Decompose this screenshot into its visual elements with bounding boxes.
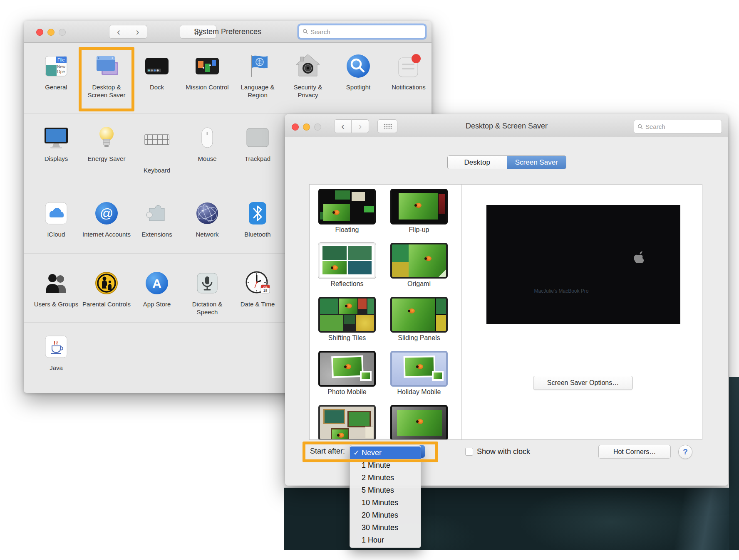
thumb-art [323,409,345,424]
pref-item-keyboard[interactable]: Keyboard [132,123,182,174]
saver-thumb-floating[interactable] [318,189,376,224]
dictation-icon [192,268,222,298]
saver-thumb-flip-up[interactable] [390,189,448,224]
pref-item-internet-accounts[interactable]: @ Internet Accounts [82,198,131,238]
pref-item-java[interactable]: Java [31,332,81,372]
ladybug-art [417,419,423,424]
checkmark-icon: ✓ [353,447,360,459]
saver-thumb-photo-mobile[interactable] [318,351,376,387]
dock-icon [142,51,172,81]
pref-item-dictation-speech[interactable]: Dictation & Speech [182,268,232,316]
pref-item-energy-saver[interactable]: Energy Saver [82,123,131,163]
notifications-icon [394,51,424,81]
saver-thumb-origami[interactable] [390,243,448,279]
search-field[interactable]: Search [634,120,722,133]
spotlight-icon [343,51,373,81]
thumb-art [392,262,409,277]
pref-item-extensions[interactable]: Extensions [132,198,182,238]
pref-item-date-time[interactable]: JUL18 Date & Time [233,268,283,308]
screenshot-canvas: ‹ › System Preferences Search FileNewOpe… [0,0,739,560]
pref-item-network[interactable]: Network [182,198,232,238]
content-panel: Floating Flip-up Reflections [309,184,702,440]
thumb-art [434,373,442,379]
security-privacy-icon [293,51,323,81]
pref-item-app-store[interactable]: A App Store [132,268,182,308]
pref-item-mission-control[interactable]: Mission Control [182,51,232,91]
java-icon [41,332,71,362]
trackpad-icon [243,123,273,153]
saver-label: Floating [316,226,378,234]
users-groups-icon [41,268,71,298]
thumb-art [331,428,349,440]
icloud-icon [41,198,71,228]
menu-item-1-minute[interactable]: 1 Minute [350,459,421,471]
thumb-art [356,315,374,331]
keyboard-icon [144,134,169,145]
saver-thumb-partial-frame[interactable] [390,405,448,440]
menu-item-30-minutes[interactable]: 30 Minutes [350,521,421,534]
hot-corners-button[interactable]: Hot Corners… [598,445,671,459]
pref-item-language-region[interactable]: Language & Region [233,51,283,99]
ladybug-art [415,203,422,208]
pref-item-users-groups[interactable]: Users & Groups [31,268,81,308]
search-placeholder: Search [310,28,330,35]
tab-desktop[interactable]: Desktop [448,156,507,169]
pref-item-parental-controls[interactable]: Parental Controls [82,268,131,308]
saver-label: Reflections [316,280,378,288]
saver-label: Origami [388,280,450,288]
parental-controls-icon [92,268,122,298]
thumb-art [333,357,362,376]
bluetooth-icon [243,198,273,228]
menu-item-10-minutes[interactable]: 10 Minutes [350,496,421,509]
pref-item-general[interactable]: FileNewOpe General [31,51,81,91]
ladybug-art [333,210,340,215]
menu-item-5-minutes[interactable]: 5 Minutes [350,484,421,496]
screen-saver-options-button[interactable]: Screen Saver Options… [533,376,633,390]
saver-thumb-reflections[interactable] [318,243,376,279]
ladybug-art [425,256,431,261]
pref-item-dock[interactable]: Dock [132,51,182,91]
thumb-art [335,190,350,200]
thumb-art [352,192,365,201]
thumb-art [320,299,338,314]
saver-label: Shifting Tiles [316,334,378,342]
saver-thumb-shifting-tiles[interactable] [318,297,376,333]
tab-screen-saver[interactable]: Screen Saver [507,156,566,169]
pref-item-security-privacy[interactable]: Security & Privacy [283,51,333,99]
pref-item-icloud[interactable]: iCloud [31,198,81,238]
thumb-art [404,355,436,377]
thumb-art [360,371,372,381]
mouse-icon [192,123,222,153]
menu-item-20-minutes[interactable]: 20 Minutes [350,509,421,521]
show-with-clock-checkbox[interactable] [465,448,473,456]
saver-thumb-partial-photo-wall[interactable] [318,405,376,440]
general-icon: FileNewOpe [41,51,71,81]
saver-label: Sliding Panels [388,334,450,342]
thumb-art [323,204,350,221]
thumb-art [392,299,435,331]
help-button[interactable]: ? [678,445,692,459]
saver-thumb-holiday-mobile[interactable] [390,351,448,387]
pref-item-notifications[interactable]: Notifications [384,51,434,91]
menu-item-2-minutes[interactable]: 2 Minutes [350,471,421,484]
row-separator [24,113,431,114]
pref-item-mouse[interactable]: Mouse [182,123,232,163]
saver-label: Holiday Mobile [388,388,450,396]
panel-divider [461,185,462,439]
internet-accounts-icon: @ [92,198,122,228]
search-field[interactable]: Search [299,25,425,38]
thumb-art [405,357,434,376]
pref-item-bluetooth[interactable]: Bluetooth [233,198,283,238]
thumb-art [367,299,374,314]
menu-item-never[interactable]: ✓Never [350,447,421,459]
pref-item-desktop-screensaver[interactable]: Desktop & Screen Saver [82,51,131,99]
saver-label: Photo Mobile [316,388,378,396]
saver-thumb-sliding-panels[interactable] [390,297,448,333]
pref-item-trackpad[interactable]: Trackpad [233,123,283,163]
pref-item-displays[interactable]: Displays [31,123,81,163]
svg-text:@: @ [100,206,113,221]
pref-item-spotlight[interactable]: Spotlight [333,51,383,91]
menu-item-1-hour[interactable]: 1 Hour [350,534,421,546]
thumb-art [432,371,444,381]
date-time-icon: JUL18 [243,268,273,298]
